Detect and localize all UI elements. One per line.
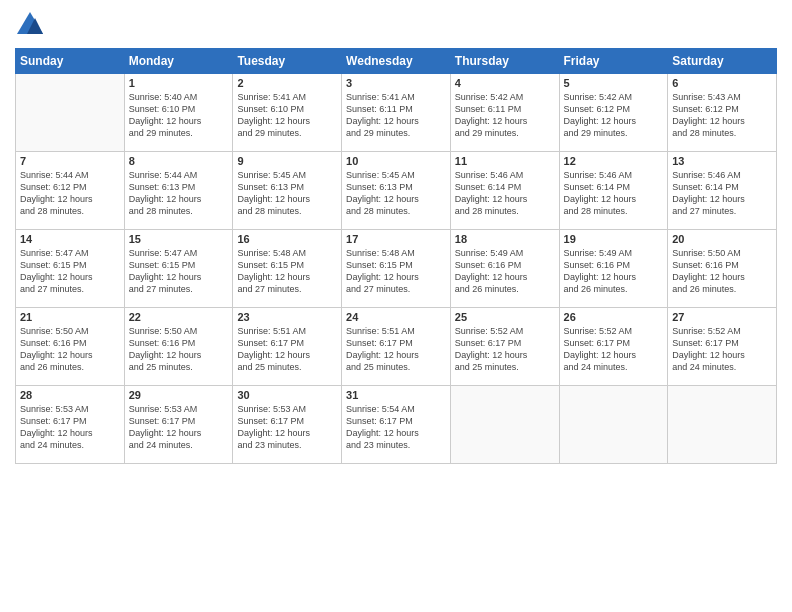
calendar-cell: 24Sunrise: 5:51 AM Sunset: 6:17 PM Dayli… [342,308,451,386]
calendar-cell: 25Sunrise: 5:52 AM Sunset: 6:17 PM Dayli… [450,308,559,386]
calendar-table: SundayMondayTuesdayWednesdayThursdayFrid… [15,48,777,464]
day-number: 24 [346,311,446,323]
day-info: Sunrise: 5:45 AM Sunset: 6:13 PM Dayligh… [237,169,337,218]
calendar-cell: 12Sunrise: 5:46 AM Sunset: 6:14 PM Dayli… [559,152,668,230]
calendar-cell: 5Sunrise: 5:42 AM Sunset: 6:12 PM Daylig… [559,74,668,152]
calendar-cell [450,386,559,464]
day-number: 9 [237,155,337,167]
day-info: Sunrise: 5:42 AM Sunset: 6:11 PM Dayligh… [455,91,555,140]
day-info: Sunrise: 5:48 AM Sunset: 6:15 PM Dayligh… [237,247,337,296]
day-number: 17 [346,233,446,245]
calendar-cell: 7Sunrise: 5:44 AM Sunset: 6:12 PM Daylig… [16,152,125,230]
calendar-cell: 1Sunrise: 5:40 AM Sunset: 6:10 PM Daylig… [124,74,233,152]
calendar-cell: 17Sunrise: 5:48 AM Sunset: 6:15 PM Dayli… [342,230,451,308]
header-row: SundayMondayTuesdayWednesdayThursdayFrid… [16,49,777,74]
day-number: 22 [129,311,229,323]
day-number: 12 [564,155,664,167]
day-number: 7 [20,155,120,167]
calendar-cell: 29Sunrise: 5:53 AM Sunset: 6:17 PM Dayli… [124,386,233,464]
day-info: Sunrise: 5:49 AM Sunset: 6:16 PM Dayligh… [455,247,555,296]
calendar-cell: 8Sunrise: 5:44 AM Sunset: 6:13 PM Daylig… [124,152,233,230]
day-info: Sunrise: 5:52 AM Sunset: 6:17 PM Dayligh… [672,325,772,374]
header-day: Sunday [16,49,125,74]
calendar-cell: 15Sunrise: 5:47 AM Sunset: 6:15 PM Dayli… [124,230,233,308]
header-day: Saturday [668,49,777,74]
calendar-week-row: 14Sunrise: 5:47 AM Sunset: 6:15 PM Dayli… [16,230,777,308]
calendar-cell: 14Sunrise: 5:47 AM Sunset: 6:15 PM Dayli… [16,230,125,308]
day-number: 18 [455,233,555,245]
calendar-cell [559,386,668,464]
day-number: 11 [455,155,555,167]
calendar-cell: 22Sunrise: 5:50 AM Sunset: 6:16 PM Dayli… [124,308,233,386]
calendar-cell: 21Sunrise: 5:50 AM Sunset: 6:16 PM Dayli… [16,308,125,386]
day-number: 26 [564,311,664,323]
day-info: Sunrise: 5:51 AM Sunset: 6:17 PM Dayligh… [237,325,337,374]
day-info: Sunrise: 5:51 AM Sunset: 6:17 PM Dayligh… [346,325,446,374]
calendar-cell: 2Sunrise: 5:41 AM Sunset: 6:10 PM Daylig… [233,74,342,152]
calendar-cell: 26Sunrise: 5:52 AM Sunset: 6:17 PM Dayli… [559,308,668,386]
calendar-cell: 23Sunrise: 5:51 AM Sunset: 6:17 PM Dayli… [233,308,342,386]
calendar-cell: 30Sunrise: 5:53 AM Sunset: 6:17 PM Dayli… [233,386,342,464]
day-number: 4 [455,77,555,89]
day-number: 25 [455,311,555,323]
header-day: Wednesday [342,49,451,74]
calendar-cell: 20Sunrise: 5:50 AM Sunset: 6:16 PM Dayli… [668,230,777,308]
day-number: 21 [20,311,120,323]
calendar-header: SundayMondayTuesdayWednesdayThursdayFrid… [16,49,777,74]
day-number: 5 [564,77,664,89]
day-info: Sunrise: 5:40 AM Sunset: 6:10 PM Dayligh… [129,91,229,140]
day-number: 16 [237,233,337,245]
page: SundayMondayTuesdayWednesdayThursdayFrid… [0,0,792,612]
day-info: Sunrise: 5:42 AM Sunset: 6:12 PM Dayligh… [564,91,664,140]
day-number: 3 [346,77,446,89]
day-info: Sunrise: 5:41 AM Sunset: 6:11 PM Dayligh… [346,91,446,140]
calendar-cell: 31Sunrise: 5:54 AM Sunset: 6:17 PM Dayli… [342,386,451,464]
calendar-cell: 28Sunrise: 5:53 AM Sunset: 6:17 PM Dayli… [16,386,125,464]
calendar-cell: 10Sunrise: 5:45 AM Sunset: 6:13 PM Dayli… [342,152,451,230]
header-day: Thursday [450,49,559,74]
day-number: 29 [129,389,229,401]
day-number: 30 [237,389,337,401]
day-number: 28 [20,389,120,401]
day-info: Sunrise: 5:54 AM Sunset: 6:17 PM Dayligh… [346,403,446,452]
day-info: Sunrise: 5:53 AM Sunset: 6:17 PM Dayligh… [20,403,120,452]
day-info: Sunrise: 5:52 AM Sunset: 6:17 PM Dayligh… [455,325,555,374]
day-number: 8 [129,155,229,167]
day-info: Sunrise: 5:47 AM Sunset: 6:15 PM Dayligh… [20,247,120,296]
calendar-cell: 6Sunrise: 5:43 AM Sunset: 6:12 PM Daylig… [668,74,777,152]
day-info: Sunrise: 5:50 AM Sunset: 6:16 PM Dayligh… [672,247,772,296]
calendar-week-row: 1Sunrise: 5:40 AM Sunset: 6:10 PM Daylig… [16,74,777,152]
day-number: 10 [346,155,446,167]
calendar-cell: 16Sunrise: 5:48 AM Sunset: 6:15 PM Dayli… [233,230,342,308]
day-info: Sunrise: 5:41 AM Sunset: 6:10 PM Dayligh… [237,91,337,140]
day-number: 15 [129,233,229,245]
header [15,10,777,40]
day-number: 23 [237,311,337,323]
calendar-body: 1Sunrise: 5:40 AM Sunset: 6:10 PM Daylig… [16,74,777,464]
day-info: Sunrise: 5:44 AM Sunset: 6:13 PM Dayligh… [129,169,229,218]
day-info: Sunrise: 5:50 AM Sunset: 6:16 PM Dayligh… [129,325,229,374]
calendar-cell: 13Sunrise: 5:46 AM Sunset: 6:14 PM Dayli… [668,152,777,230]
day-number: 1 [129,77,229,89]
logo-icon [15,10,45,40]
calendar-week-row: 7Sunrise: 5:44 AM Sunset: 6:12 PM Daylig… [16,152,777,230]
day-number: 2 [237,77,337,89]
calendar-week-row: 28Sunrise: 5:53 AM Sunset: 6:17 PM Dayli… [16,386,777,464]
day-number: 27 [672,311,772,323]
day-info: Sunrise: 5:48 AM Sunset: 6:15 PM Dayligh… [346,247,446,296]
day-info: Sunrise: 5:52 AM Sunset: 6:17 PM Dayligh… [564,325,664,374]
day-info: Sunrise: 5:49 AM Sunset: 6:16 PM Dayligh… [564,247,664,296]
day-info: Sunrise: 5:46 AM Sunset: 6:14 PM Dayligh… [564,169,664,218]
calendar-week-row: 21Sunrise: 5:50 AM Sunset: 6:16 PM Dayli… [16,308,777,386]
header-day: Friday [559,49,668,74]
day-info: Sunrise: 5:47 AM Sunset: 6:15 PM Dayligh… [129,247,229,296]
day-number: 13 [672,155,772,167]
calendar-cell: 19Sunrise: 5:49 AM Sunset: 6:16 PM Dayli… [559,230,668,308]
day-info: Sunrise: 5:53 AM Sunset: 6:17 PM Dayligh… [237,403,337,452]
calendar-cell [668,386,777,464]
calendar-cell: 27Sunrise: 5:52 AM Sunset: 6:17 PM Dayli… [668,308,777,386]
day-number: 14 [20,233,120,245]
calendar-cell: 11Sunrise: 5:46 AM Sunset: 6:14 PM Dayli… [450,152,559,230]
day-info: Sunrise: 5:46 AM Sunset: 6:14 PM Dayligh… [455,169,555,218]
day-number: 6 [672,77,772,89]
